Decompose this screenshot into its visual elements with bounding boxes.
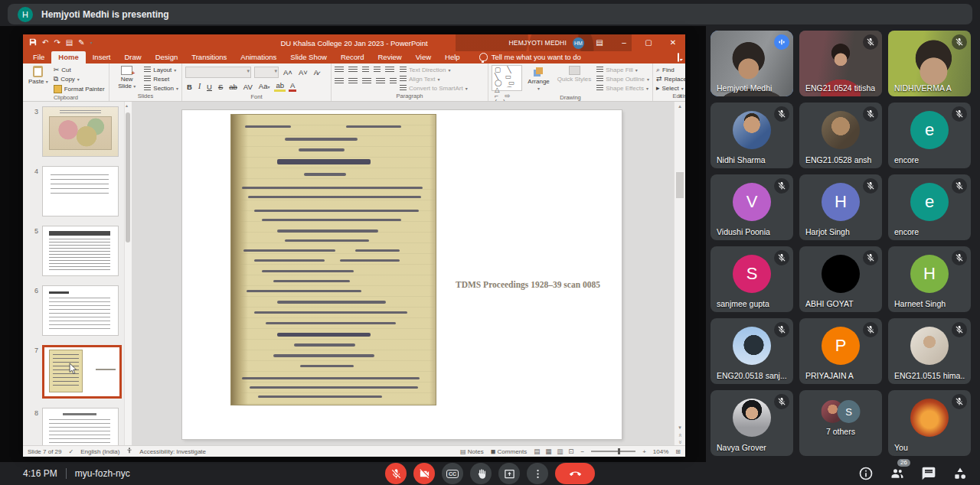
camera-toggle-button[interactable] xyxy=(413,463,435,484)
participant-tile[interactable]: eencore xyxy=(888,174,971,240)
mic-toggle-button[interactable] xyxy=(385,463,407,484)
redo-icon[interactable]: ↷ xyxy=(54,39,60,47)
convert-smartart-button[interactable]: Convert to SmartArt ▾ xyxy=(400,85,468,92)
decrease-indent-button[interactable] xyxy=(362,67,369,73)
raise-hand-button[interactable] xyxy=(470,463,492,484)
collapse-ribbon-icon[interactable]: ∧ xyxy=(678,93,682,99)
ribbon-display-options-icon[interactable]: ▤ xyxy=(590,34,609,51)
grow-font-button[interactable]: A˄ xyxy=(282,67,294,77)
clear-format-button[interactable]: A̷ xyxy=(312,67,320,77)
new-slide-button[interactable]: New Slide ▾ xyxy=(113,65,141,91)
zoom-slider[interactable] xyxy=(591,451,635,452)
slide-thumbnail-4[interactable] xyxy=(42,166,119,216)
slide-thumbnail-6[interactable] xyxy=(42,285,119,336)
tab-insert[interactable]: Insert xyxy=(86,51,118,63)
participant-tile[interactable]: PPRIYAJAIN A xyxy=(799,318,882,384)
activities-button[interactable] xyxy=(952,466,968,481)
participants-button[interactable]: 26 xyxy=(890,466,905,481)
participant-tile[interactable]: ABHI GOYAT xyxy=(799,246,882,312)
slide-thumbnail-3[interactable] xyxy=(42,106,119,157)
bold-button[interactable]: B xyxy=(185,82,194,92)
normal-view-icon[interactable]: ▤ xyxy=(534,448,540,455)
meeting-details-button[interactable] xyxy=(858,466,874,481)
participant-tile[interactable]: NIDHIVERMA A xyxy=(888,31,971,96)
previous-slide-icon[interactable]: « xyxy=(678,434,682,437)
font-color-button[interactable]: A xyxy=(289,82,296,92)
leave-call-button[interactable] xyxy=(555,463,595,484)
tab-view[interactable]: View xyxy=(409,51,438,63)
text-shadow-button[interactable]: ab xyxy=(227,82,239,92)
tab-transitions[interactable]: Transitions xyxy=(185,51,234,63)
restore-button[interactable]: ▢ xyxy=(639,34,658,51)
comments-button[interactable]: ◼ Comments xyxy=(491,448,528,455)
shrink-font-button[interactable]: A˅ xyxy=(297,67,309,77)
tell-me-box[interactable]: Tell me what you want to do xyxy=(479,53,581,63)
participant-tile[interactable]: You xyxy=(888,390,971,456)
chat-button[interactable] xyxy=(921,466,936,481)
slideshow-view-icon[interactable]: ⊡ xyxy=(568,448,573,455)
align-center-button[interactable] xyxy=(348,78,358,85)
zoom-out-icon[interactable]: − xyxy=(580,448,584,455)
layout-button[interactable]: Layout ▾ xyxy=(144,67,178,73)
justify-button[interactable] xyxy=(376,78,385,85)
tab-slide-show[interactable]: Slide Show xyxy=(283,51,334,63)
align-right-button[interactable] xyxy=(362,78,371,85)
reading-view-icon[interactable]: ▥ xyxy=(557,448,563,455)
pen-icon[interactable]: ✎ xyxy=(78,39,84,47)
participant-tile[interactable]: S7 others xyxy=(799,390,882,456)
fit-slide-icon[interactable]: ⊞ xyxy=(675,448,681,455)
italic-button[interactable]: I xyxy=(197,82,202,92)
find-button[interactable]: ⌕Find xyxy=(656,67,685,73)
slide-sorter-icon[interactable]: ▦ xyxy=(545,448,551,455)
participant-tile[interactable]: ENG21.0515 hima... xyxy=(888,318,971,384)
tab-record[interactable]: Record xyxy=(334,51,371,63)
font-name-combo[interactable] xyxy=(185,67,251,78)
font-size-combo[interactable] xyxy=(254,67,279,78)
ppt-account-avatar[interactable]: HM xyxy=(573,37,584,49)
language-indicator[interactable]: English (India) xyxy=(80,448,119,455)
qat-customize-icon[interactable]: ▾ xyxy=(90,41,93,45)
scroll-up-icon[interactable]: ▴ xyxy=(678,103,681,109)
slide-thumbnail-7[interactable] xyxy=(42,345,122,399)
slideshow-icon[interactable]: ▤ xyxy=(66,39,73,47)
reset-button[interactable]: Reset xyxy=(144,76,178,83)
participant-tile[interactable]: Navya Grover xyxy=(710,390,793,456)
zoom-in-icon[interactable]: + xyxy=(642,448,646,455)
line-spacing-button[interactable] xyxy=(385,67,394,73)
next-slide-icon[interactable]: » xyxy=(678,441,682,444)
slide-thumbnail-5[interactable] xyxy=(42,226,119,276)
format-painter-button[interactable]: Format Painter xyxy=(54,85,105,93)
align-text-button[interactable]: Align Text ▾ xyxy=(400,76,468,83)
participant-tile[interactable]: eencore xyxy=(888,103,971,168)
text-direction-button[interactable]: Text Direction ▾ xyxy=(400,67,468,73)
replace-button[interactable]: ⇄Replace ▾ xyxy=(656,76,685,83)
bullets-button[interactable] xyxy=(335,67,344,73)
undo-icon[interactable]: ↶ xyxy=(42,39,48,47)
participant-tile[interactable]: HHarjot Singh xyxy=(799,174,882,240)
tab-home[interactable]: Home xyxy=(51,51,85,63)
participant-tile[interactable]: Hemjyoti Medhi xyxy=(710,31,793,96)
canvas-scrollbar[interactable]: ▴ ▾ « » xyxy=(674,102,685,446)
notes-button[interactable]: ▤ Notes xyxy=(460,448,484,455)
shape-effects-button[interactable]: Shape Effects ▾ xyxy=(596,85,649,92)
participant-tile[interactable]: Ssanjmee gupta xyxy=(710,246,793,312)
current-slide[interactable]: TDMS Proceedings 1928–39 scan 0085 xyxy=(182,110,622,439)
paste-button[interactable]: Paste ▾ xyxy=(26,65,51,86)
section-button[interactable]: Section ▾ xyxy=(144,85,178,92)
save-icon[interactable] xyxy=(29,38,37,47)
zoom-slider-thumb[interactable] xyxy=(618,448,620,454)
character-spacing-button[interactable]: AV xyxy=(242,82,254,92)
tab-design[interactable]: Design xyxy=(149,51,185,63)
participant-tile[interactable]: Nidhi Sharma xyxy=(710,103,793,168)
tab-file[interactable]: File xyxy=(26,51,51,63)
more-options-button[interactable] xyxy=(527,463,548,484)
present-button[interactable] xyxy=(498,463,520,484)
thumbnail-scrollbar[interactable] xyxy=(124,102,132,446)
participant-tile[interactable]: ENG21.0528 ansh xyxy=(799,103,882,168)
minimize-button[interactable]: – xyxy=(615,34,633,51)
participant-tile[interactable]: VVidushi Poonia xyxy=(710,174,793,240)
numbering-button[interactable] xyxy=(348,67,358,73)
shape-outline-button[interactable]: Shape Outline ▾ xyxy=(596,76,649,83)
spellcheck-icon[interactable]: ✓ xyxy=(68,448,74,455)
increase-indent-button[interactable] xyxy=(374,67,381,73)
